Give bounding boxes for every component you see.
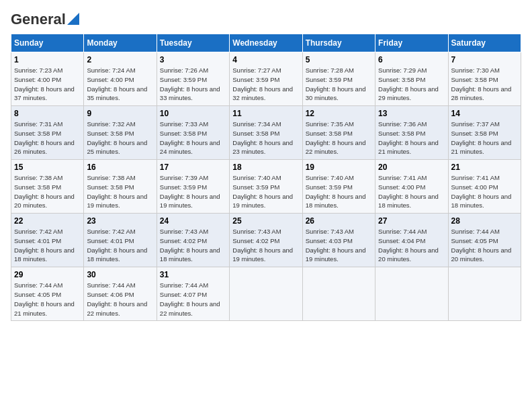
calendar-cell: 29Sunrise: 7:44 AMSunset: 4:05 PMDayligh… bbox=[11, 267, 84, 321]
day-info: Sunrise: 7:44 AMSunset: 4:07 PMDaylight:… bbox=[160, 281, 220, 316]
svg-marker-0 bbox=[67, 13, 79, 25]
calendar-cell: 17Sunrise: 7:39 AMSunset: 3:59 PMDayligh… bbox=[157, 160, 229, 214]
day-info: Sunrise: 7:43 AMSunset: 4:02 PMDaylight:… bbox=[160, 228, 220, 263]
day-info: Sunrise: 7:33 AMSunset: 3:58 PMDaylight:… bbox=[160, 120, 220, 155]
day-number: 24 bbox=[160, 216, 226, 226]
calendar-cell: 8Sunrise: 7:31 AMSunset: 3:58 PMDaylight… bbox=[11, 106, 84, 160]
calendar-cell: 5Sunrise: 7:28 AMSunset: 3:59 PMDaylight… bbox=[302, 52, 375, 106]
day-info: Sunrise: 7:35 AMSunset: 3:58 PMDaylight:… bbox=[306, 120, 366, 155]
calendar-cell: 3Sunrise: 7:26 AMSunset: 3:59 PMDaylight… bbox=[157, 52, 229, 106]
day-info: Sunrise: 7:27 AMSunset: 3:59 PMDaylight:… bbox=[232, 66, 293, 101]
day-info: Sunrise: 7:38 AMSunset: 3:58 PMDaylight:… bbox=[87, 174, 147, 209]
day-info: Sunrise: 7:44 AMSunset: 4:06 PMDaylight:… bbox=[87, 281, 147, 316]
day-info: Sunrise: 7:39 AMSunset: 3:59 PMDaylight:… bbox=[160, 174, 220, 209]
day-info: Sunrise: 7:43 AMSunset: 4:02 PMDaylight:… bbox=[232, 228, 293, 263]
day-number: 28 bbox=[451, 216, 518, 226]
day-number: 21 bbox=[451, 163, 518, 172]
day-header: Sunday bbox=[11, 34, 84, 52]
day-header: Saturday bbox=[448, 34, 521, 52]
day-info: Sunrise: 7:24 AMSunset: 4:00 PMDaylight:… bbox=[87, 66, 147, 101]
day-info: Sunrise: 7:31 AMSunset: 3:58 PMDaylight:… bbox=[14, 120, 75, 155]
day-info: Sunrise: 7:42 AMSunset: 4:01 PMDaylight:… bbox=[14, 228, 75, 263]
day-number: 25 bbox=[232, 216, 299, 226]
calendar-cell: 16Sunrise: 7:38 AMSunset: 3:58 PMDayligh… bbox=[84, 160, 157, 214]
calendar-cell: 1Sunrise: 7:23 AMSunset: 4:00 PMDaylight… bbox=[11, 52, 84, 106]
calendar-cell: 23Sunrise: 7:42 AMSunset: 4:01 PMDayligh… bbox=[84, 214, 157, 267]
calendar-cell: 6Sunrise: 7:29 AMSunset: 3:58 PMDaylight… bbox=[375, 52, 448, 106]
calendar-cell: 26Sunrise: 7:43 AMSunset: 4:03 PMDayligh… bbox=[302, 214, 375, 267]
calendar-week-row: 29Sunrise: 7:44 AMSunset: 4:05 PMDayligh… bbox=[11, 267, 521, 321]
day-number: 16 bbox=[87, 163, 153, 172]
day-info: Sunrise: 7:44 AMSunset: 4:05 PMDaylight:… bbox=[14, 281, 75, 316]
day-header: Monday bbox=[84, 34, 157, 52]
calendar-cell: 30Sunrise: 7:44 AMSunset: 4:06 PMDayligh… bbox=[84, 267, 157, 321]
day-info: Sunrise: 7:32 AMSunset: 3:58 PMDaylight:… bbox=[87, 120, 147, 155]
day-number: 13 bbox=[378, 109, 445, 118]
day-info: Sunrise: 7:29 AMSunset: 3:58 PMDaylight:… bbox=[378, 66, 439, 101]
day-header: Tuesday bbox=[157, 34, 229, 52]
calendar-cell: 20Sunrise: 7:41 AMSunset: 4:00 PMDayligh… bbox=[375, 160, 448, 214]
day-number: 30 bbox=[87, 270, 153, 279]
calendar-cell: 18Sunrise: 7:40 AMSunset: 3:59 PMDayligh… bbox=[230, 160, 302, 214]
day-number: 5 bbox=[306, 55, 372, 64]
day-header: Friday bbox=[375, 34, 448, 52]
calendar-cell: 10Sunrise: 7:33 AMSunset: 3:58 PMDayligh… bbox=[157, 106, 229, 160]
day-info: Sunrise: 7:26 AMSunset: 3:59 PMDaylight:… bbox=[160, 66, 220, 101]
day-number: 9 bbox=[87, 109, 153, 118]
day-number: 12 bbox=[306, 109, 372, 118]
day-number: 7 bbox=[451, 55, 518, 64]
day-info: Sunrise: 7:41 AMSunset: 4:00 PMDaylight:… bbox=[378, 174, 439, 209]
calendar-cell: 9Sunrise: 7:32 AMSunset: 3:58 PMDaylight… bbox=[84, 106, 157, 160]
day-number: 8 bbox=[14, 109, 81, 118]
day-number: 10 bbox=[160, 109, 226, 118]
day-number: 26 bbox=[306, 216, 372, 226]
day-number: 29 bbox=[14, 270, 81, 279]
calendar-cell: 15Sunrise: 7:38 AMSunset: 3:58 PMDayligh… bbox=[11, 160, 84, 214]
calendar-cell: 7Sunrise: 7:30 AMSunset: 3:58 PMDaylight… bbox=[448, 52, 521, 106]
day-number: 18 bbox=[232, 163, 299, 172]
calendar-table: SundayMondayTuesdayWednesdayThursdayFrid… bbox=[11, 34, 521, 321]
day-info: Sunrise: 7:34 AMSunset: 3:58 PMDaylight:… bbox=[232, 120, 293, 155]
calendar-cell: 24Sunrise: 7:43 AMSunset: 4:02 PMDayligh… bbox=[157, 214, 229, 267]
header-row: SundayMondayTuesdayWednesdayThursdayFrid… bbox=[11, 34, 521, 52]
day-header: Wednesday bbox=[230, 34, 302, 52]
day-number: 23 bbox=[87, 216, 153, 226]
day-info: Sunrise: 7:42 AMSunset: 4:01 PMDaylight:… bbox=[87, 228, 147, 263]
calendar-cell: 21Sunrise: 7:41 AMSunset: 4:00 PMDayligh… bbox=[448, 160, 521, 214]
page-header: General bbox=[11, 11, 521, 27]
day-info: Sunrise: 7:44 AMSunset: 4:04 PMDaylight:… bbox=[378, 228, 439, 263]
day-number: 15 bbox=[14, 163, 81, 172]
day-number: 11 bbox=[232, 109, 299, 118]
day-number: 3 bbox=[160, 55, 226, 64]
calendar-cell: 27Sunrise: 7:44 AMSunset: 4:04 PMDayligh… bbox=[375, 214, 448, 267]
day-info: Sunrise: 7:44 AMSunset: 4:05 PMDaylight:… bbox=[451, 228, 512, 263]
day-info: Sunrise: 7:37 AMSunset: 3:58 PMDaylight:… bbox=[451, 120, 512, 155]
day-info: Sunrise: 7:40 AMSunset: 3:59 PMDaylight:… bbox=[232, 174, 293, 209]
logo-text: General bbox=[11, 11, 66, 28]
calendar-cell bbox=[230, 267, 302, 321]
calendar-week-row: 1Sunrise: 7:23 AMSunset: 4:00 PMDaylight… bbox=[11, 52, 521, 106]
day-number: 6 bbox=[378, 55, 445, 64]
calendar-cell: 31Sunrise: 7:44 AMSunset: 4:07 PMDayligh… bbox=[157, 267, 229, 321]
day-number: 31 bbox=[160, 270, 226, 279]
calendar-cell: 4Sunrise: 7:27 AMSunset: 3:59 PMDaylight… bbox=[230, 52, 302, 106]
day-info: Sunrise: 7:43 AMSunset: 4:03 PMDaylight:… bbox=[306, 228, 366, 263]
calendar-cell: 14Sunrise: 7:37 AMSunset: 3:58 PMDayligh… bbox=[448, 106, 521, 160]
day-info: Sunrise: 7:41 AMSunset: 4:00 PMDaylight:… bbox=[451, 174, 512, 209]
day-number: 27 bbox=[378, 216, 445, 226]
calendar-cell: 19Sunrise: 7:40 AMSunset: 3:59 PMDayligh… bbox=[302, 160, 375, 214]
day-info: Sunrise: 7:28 AMSunset: 3:59 PMDaylight:… bbox=[306, 66, 366, 101]
logo: General bbox=[11, 11, 79, 27]
day-header: Thursday bbox=[302, 34, 375, 52]
day-number: 4 bbox=[232, 55, 299, 64]
day-number: 1 bbox=[14, 55, 81, 64]
calendar-week-row: 8Sunrise: 7:31 AMSunset: 3:58 PMDaylight… bbox=[11, 106, 521, 160]
calendar-cell: 12Sunrise: 7:35 AMSunset: 3:58 PMDayligh… bbox=[302, 106, 375, 160]
calendar-cell bbox=[448, 267, 521, 321]
calendar-week-row: 22Sunrise: 7:42 AMSunset: 4:01 PMDayligh… bbox=[11, 214, 521, 267]
calendar-cell bbox=[302, 267, 375, 321]
day-number: 20 bbox=[378, 163, 445, 172]
calendar-cell: 13Sunrise: 7:36 AMSunset: 3:58 PMDayligh… bbox=[375, 106, 448, 160]
day-number: 19 bbox=[306, 163, 372, 172]
day-info: Sunrise: 7:40 AMSunset: 3:59 PMDaylight:… bbox=[306, 174, 366, 209]
